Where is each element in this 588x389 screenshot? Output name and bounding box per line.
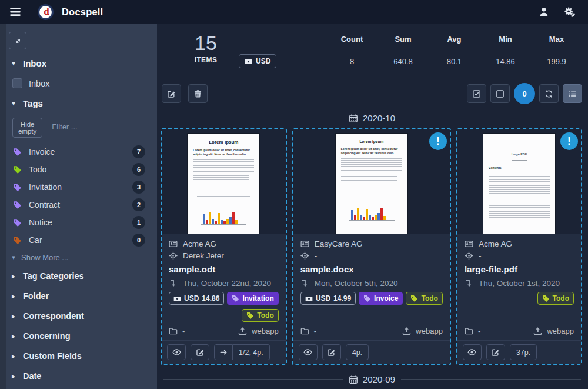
tags-section-header[interactable]: ▾ Tags: [0, 93, 157, 114]
upload-icon: [402, 327, 411, 335]
tag-count-badge: 3: [132, 181, 145, 194]
inbox-checkbox-row[interactable]: Inbox: [0, 74, 157, 93]
chevron-right-icon: ▸: [11, 373, 16, 380]
tag-item-invoice[interactable]: Invoice 7: [0, 143, 157, 161]
item-meta: Acme AG - large-file.pdf Thu, October 1s…: [457, 234, 581, 324]
expand-icon: [14, 36, 22, 45]
preview-button[interactable]: [167, 344, 186, 360]
pages-label: 4p.: [346, 344, 369, 360]
tag-icon: [13, 165, 22, 174]
eye-icon: [172, 348, 181, 357]
select-none-button[interactable]: [490, 84, 510, 103]
tag-count-badge: 0: [132, 234, 145, 247]
reload-button[interactable]: [539, 84, 559, 103]
edit-item-button[interactable]: [191, 344, 209, 360]
tag-icon: [13, 218, 22, 227]
tag-count-badge: 1: [132, 216, 145, 229]
open-detail-button[interactable]: [214, 344, 233, 360]
user-icon[interactable]: [539, 6, 549, 17]
docspell-logo[interactable]: d: [38, 4, 54, 20]
edit-item-button[interactable]: [486, 344, 505, 360]
search-sidebar: ▾ Inbox Inbox ▾ Tags Hide empty Invoice …: [0, 24, 157, 389]
items-grid: Lorem ipsum Lorem ipsum dolor sit amet, …: [161, 128, 582, 365]
item-card[interactable]: Large PDF Contents ! Acme AG - large-fil…: [456, 128, 582, 365]
tag-icon: [13, 183, 22, 192]
concerning-icon: [169, 251, 178, 260]
edit-selected-button[interactable]: [162, 84, 181, 103]
sidebar-item-tag-categories[interactable]: ▸ Tag Categories: [0, 266, 157, 286]
select-all-button[interactable]: [467, 84, 486, 103]
item-card-footer: - webapp: [293, 324, 450, 340]
money-icon: [245, 58, 252, 65]
item-thumbnail: Lorem ipsum Lorem ipsum dolor sit amet, …: [293, 129, 450, 234]
gears-icon[interactable]: [564, 6, 575, 17]
sidebar-item-due-date[interactable]: ▸ Due Date: [0, 386, 157, 389]
item-folder: -: [478, 327, 480, 335]
item-card-footer: - webapp: [457, 324, 581, 340]
expand-sidebar-button[interactable]: [9, 32, 26, 49]
folder-icon: [169, 327, 178, 335]
preview-button[interactable]: [299, 344, 318, 360]
item-concerning: Derek Jeter: [183, 251, 224, 260]
tag-item-car[interactable]: Car 0: [0, 231, 157, 249]
money-icon: [173, 295, 181, 302]
date-group-label: 2020-10: [363, 113, 395, 123]
stats-min-value: 14.86: [480, 49, 531, 68]
thumbnail-chart: [349, 202, 395, 221]
tag-icon: [13, 236, 22, 245]
item-folder: -: [314, 327, 316, 335]
inbox-checkbox[interactable]: [12, 78, 22, 88]
currency-badge: USD: [239, 54, 276, 68]
items-toolbar: 0: [162, 83, 582, 104]
item-card-actions: 37p.: [457, 340, 581, 364]
show-more-link[interactable]: ▾ Show More ...: [0, 249, 157, 266]
stats-col-sum: Sum: [377, 33, 429, 49]
sidebar-item-correspondent[interactable]: ▸ Correspondent: [0, 306, 157, 326]
tag-badge: Todo: [406, 292, 442, 305]
menu-icon[interactable]: [9, 6, 21, 18]
tag-icon: [246, 312, 254, 320]
hide-empty-button[interactable]: Hide empty: [12, 118, 42, 138]
delete-selected-button[interactable]: [188, 84, 208, 103]
item-source: webapp: [416, 327, 443, 335]
tag-item-invitation[interactable]: Invitation 3: [0, 178, 157, 196]
items-count: 15: [185, 33, 226, 54]
tag-item-contract[interactable]: Contract 2: [0, 196, 157, 214]
item-card[interactable]: Lorem ipsum Lorem ipsum dolor sit amet, …: [292, 128, 451, 365]
list-icon: [568, 89, 577, 98]
tag-icon: [542, 295, 550, 302]
item-concerning: -: [315, 251, 318, 260]
edit-icon: [327, 348, 336, 357]
stats-bar: 15 ITEMS Count Sum Avg Min Max USD 8 640…: [157, 24, 588, 68]
item-date: Thu, October 1st, 2020: [479, 279, 560, 288]
item-date: Mon, October 5th, 2020: [315, 279, 398, 288]
item-source: webapp: [547, 327, 574, 335]
item-card[interactable]: Lorem ipsum Lorem ipsum dolor sit amet, …: [161, 128, 287, 365]
sidebar-item-concerning[interactable]: ▸ Concerning: [0, 326, 157, 346]
tag-icon: [363, 295, 371, 302]
item-meta: Acme AG Derek Jeter sample.odt Thu, Octo…: [162, 234, 286, 324]
selection-count-badge: 0: [514, 83, 535, 104]
date-group-label: 2020-09: [363, 374, 395, 384]
tag-badge: Todo: [242, 309, 278, 322]
edit-item-button[interactable]: [322, 344, 341, 360]
arrow-right-icon: [219, 348, 228, 357]
preview-button[interactable]: [463, 344, 482, 360]
item-date: Thu, October 22nd, 2020: [183, 279, 271, 288]
sidebar-item-custom-fields[interactable]: ▸ Custom Fields: [0, 346, 157, 366]
chevron-right-icon: ▸: [11, 333, 16, 340]
chevron-right-icon: ▸: [11, 353, 16, 360]
inbox-section-header[interactable]: ▾ Inbox: [0, 53, 157, 74]
tag-icon: [13, 201, 22, 210]
item-name: large-file.pdf: [465, 264, 574, 274]
tag-badge: Invoice: [359, 292, 403, 305]
amount-badge: USD14.99: [300, 292, 356, 305]
sidebar-item-folder[interactable]: ▸ Folder: [0, 286, 157, 306]
chevron-right-icon: ▸: [11, 272, 16, 280]
tag-item-notice[interactable]: Notice 1: [0, 214, 157, 231]
tag-filter-input[interactable]: [51, 122, 156, 132]
sidebar-item-date[interactable]: ▸ Date: [0, 366, 157, 386]
list-view-button[interactable]: [563, 84, 582, 103]
tag-item-todo[interactable]: Todo 6: [0, 161, 157, 178]
chevron-right-icon: ▸: [11, 292, 16, 300]
